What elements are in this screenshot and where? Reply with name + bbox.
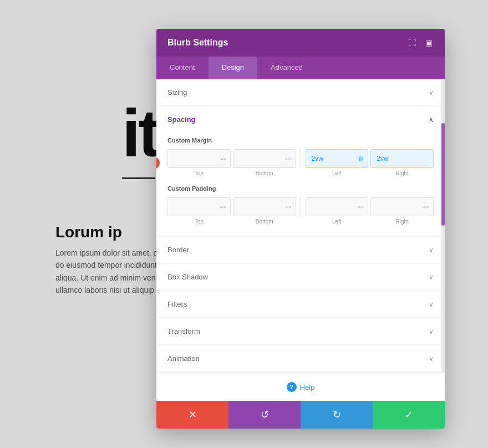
padding-right-wrapper: </> [370,197,434,216]
padding-top-wrapper: </> [167,197,231,216]
padding-divider [301,197,301,216]
code-icon-padding-top: </> [220,205,226,210]
help-icon: ? [287,382,297,392]
code-icon-padding-left: </> [358,205,364,210]
scrollbar-thumb[interactable] [441,123,445,226]
section-box-shadow-title: Box Shadow [167,273,208,281]
panel-title: Blurb Settings [167,38,228,48]
number-badge: 1 [156,157,160,169]
margin-left-col: ⛓ Left [306,149,369,176]
chevron-down-icon-shadow: ∨ [429,273,434,281]
custom-padding-label: Custom Padding [167,185,434,192]
section-animation: Animation ∨ [156,345,445,371]
cancel-button[interactable]: ✕ [156,401,228,429]
scrollbar-track [441,79,445,373]
section-filters: Filters ∨ [156,291,445,317]
code-icon-padding-right: </> [423,205,429,210]
section-spacing-title: Spacing [167,115,196,124]
padding-right-label: Right [395,218,408,225]
padding-bottom-wrapper: </> [233,197,296,216]
panel-header-icons: ⛶ ▣ [407,38,434,48]
code-icon-padding-bottom: </> [285,205,292,210]
redo-button[interactable]: ↻ [301,401,373,429]
help-link[interactable]: ? Help [287,382,315,392]
padding-top-col: </> Top [167,197,231,225]
margin-top-wrapper: </> [167,149,231,168]
padding-bottom-label: Bottom [256,218,273,225]
settings-panel: Blurb Settings ⛶ ▣ Content Design Advanc… [156,29,445,429]
chevron-down-icon-filters: ∨ [429,301,434,308]
section-spacing: Spacing ∧ Custom Margin 1 </> Top [156,106,445,236]
margin-divider [301,149,301,168]
margin-left-wrapper: ⛓ [306,149,369,168]
margin-bottom-col: </> Bottom [233,149,296,176]
section-border-title: Border [167,246,189,254]
panel-header: Blurb Settings ⛶ ▣ [156,29,445,57]
padding-bottom-col: </> Bottom [233,197,296,225]
section-transform: Transform ∨ [156,318,445,344]
custom-margin-label: Custom Margin [167,137,434,144]
margin-right-input[interactable] [370,149,434,168]
section-border-header[interactable]: Border ∨ [156,237,445,263]
action-bar: ✕ ↺ ↻ ✓ [156,401,445,429]
code-icon-margin-bottom: </> [285,156,292,161]
margin-bottom-label: Bottom [256,170,273,176]
section-filters-header[interactable]: Filters ∨ [156,291,445,317]
section-animation-title: Animation [167,354,200,363]
section-box-shadow-header[interactable]: Box Shadow ∨ [156,264,445,290]
margin-left-label: Left [332,170,342,176]
help-label: Help [300,383,315,391]
section-sizing-header[interactable]: Sizing ∨ [156,79,445,105]
padding-top-label: Top [195,218,204,225]
section-sizing: Sizing ∨ [156,79,445,105]
chevron-up-icon: ∧ [429,116,434,124]
section-animation-header[interactable]: Animation ∨ [156,345,445,371]
section-spacing-header[interactable]: Spacing ∧ [156,106,445,133]
section-transform-title: Transform [167,327,200,335]
chevron-down-icon: ∨ [429,89,434,96]
panel-footer: ? Help [156,373,445,401]
margin-right-label: Right [395,170,408,176]
tab-content[interactable]: Content [156,57,209,79]
link-chain-icon-margin: ⛓ [358,156,364,162]
fullscreen-icon[interactable]: ⛶ [407,38,417,48]
margin-right-col: Right [370,149,434,176]
save-button[interactable]: ✓ [373,401,445,429]
chevron-down-icon-animation: ∨ [429,355,434,363]
section-sizing-title: Sizing [167,88,187,96]
undo-button[interactable]: ↺ [228,401,301,429]
code-icon-margin-top: </> [220,156,226,161]
panel-content[interactable]: Sizing ∨ Spacing ∧ Custom Margin 1 [156,79,445,373]
margin-top-label: Top [195,170,204,176]
section-box-shadow: Box Shadow ∨ [156,264,445,290]
padding-left-wrapper: </> [306,197,369,216]
section-border: Border ∨ [156,237,445,263]
panel-tabs: Content Design Advanced [156,57,445,79]
padding-right-col: </> Right [370,197,434,225]
margin-bottom-wrapper: </> [233,149,296,168]
chevron-down-icon-border: ∨ [429,246,434,254]
margin-top-col: </> Top [167,149,231,176]
chevron-down-icon-transform: ∨ [429,328,434,335]
padding-left-label: Left [332,218,342,225]
section-spacing-body: Custom Margin 1 </> Top [156,133,445,236]
columns-icon[interactable]: ▣ [424,38,434,48]
padding-left-col: </> Left [306,197,369,225]
tab-advanced[interactable]: Advanced [257,57,316,79]
tab-design[interactable]: Design [209,57,257,79]
section-transform-header[interactable]: Transform ∨ [156,318,445,344]
section-filters-title: Filters [167,300,187,308]
margin-right-wrapper [370,149,434,168]
